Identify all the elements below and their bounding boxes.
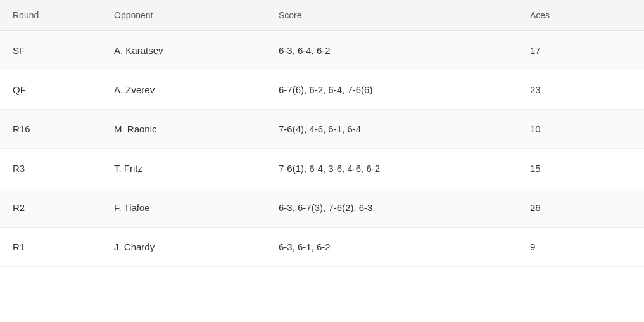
- cell-score: 7-6(1), 6-4, 3-6, 4-6, 6-2: [279, 163, 530, 174]
- table-row: QFA. Zverev6-7(6), 6-2, 6-4, 7-6(6)23: [0, 70, 644, 110]
- cell-aces: 23: [530, 84, 631, 95]
- cell-aces: 17: [530, 45, 631, 56]
- cell-score: 6-3, 6-1, 6-2: [279, 242, 530, 252]
- cell-opponent: F. Tiafoe: [114, 202, 279, 213]
- cell-score: 6-7(6), 6-2, 6-4, 7-6(6): [279, 84, 530, 95]
- cell-aces: 10: [530, 124, 631, 134]
- header-score: Score: [279, 10, 530, 20]
- cell-round: QF: [13, 84, 114, 95]
- table-header-row: Round Opponent Score Aces: [0, 0, 644, 31]
- table-row: SFA. Karatsev6-3, 6-4, 6-217: [0, 31, 644, 70]
- cell-score: 6-3, 6-7(3), 7-6(2), 6-3: [279, 202, 530, 213]
- match-table: Round Opponent Score Aces SFA. Karatsev6…: [0, 0, 644, 322]
- table-body: SFA. Karatsev6-3, 6-4, 6-217QFA. Zverev6…: [0, 31, 644, 267]
- cell-opponent: A. Zverev: [114, 84, 279, 95]
- header-aces: Aces: [530, 10, 631, 20]
- header-opponent: Opponent: [114, 10, 279, 20]
- cell-opponent: M. Raonic: [114, 124, 279, 134]
- cell-opponent: J. Chardy: [114, 242, 279, 252]
- table-row: R16M. Raonic7-6(4), 4-6, 6-1, 6-410: [0, 110, 644, 149]
- cell-opponent: T. Fritz: [114, 163, 279, 174]
- cell-aces: 15: [530, 163, 631, 174]
- cell-round: R16: [13, 124, 114, 134]
- cell-opponent: A. Karatsev: [114, 45, 279, 56]
- table-row: R1J. Chardy6-3, 6-1, 6-29: [0, 228, 644, 267]
- header-round: Round: [13, 10, 114, 20]
- table-row: R2F. Tiafoe6-3, 6-7(3), 7-6(2), 6-326: [0, 188, 644, 228]
- cell-round: R3: [13, 163, 114, 174]
- cell-aces: 9: [530, 242, 631, 252]
- cell-round: R1: [13, 242, 114, 252]
- cell-score: 6-3, 6-4, 6-2: [279, 45, 530, 56]
- cell-score: 7-6(4), 4-6, 6-1, 6-4: [279, 124, 530, 134]
- cell-aces: 26: [530, 202, 631, 213]
- cell-round: SF: [13, 45, 114, 56]
- cell-round: R2: [13, 202, 114, 213]
- table-row: R3T. Fritz7-6(1), 6-4, 3-6, 4-6, 6-215: [0, 149, 644, 188]
